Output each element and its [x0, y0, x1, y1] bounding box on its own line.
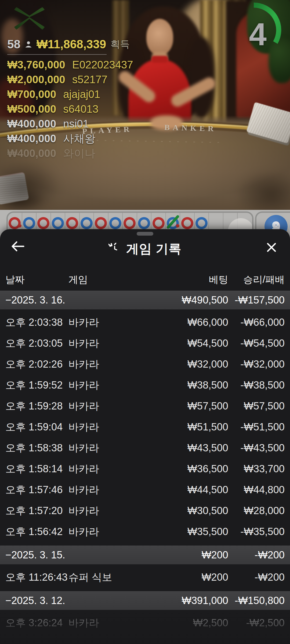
- blue-result-ring: [109, 217, 121, 229]
- winner-row: ₩2,000,000s52177: [7, 72, 184, 87]
- red-result-ring: [66, 217, 78, 229]
- winner-row: ₩400,000와이나: [7, 146, 184, 161]
- history-group-row[interactable]: −2025. 3. 16.₩490,500-₩157,500: [0, 291, 290, 309]
- divider: [7, 54, 107, 55]
- blue-result-ring: [23, 217, 35, 229]
- blue-result-ring: [52, 217, 64, 229]
- history-entry-row: 오후 11:26:43슈퍼 식보₩200-₩200: [0, 567, 290, 588]
- entry-time: 오후 2:02:26: [5, 357, 68, 371]
- entry-bet: ₩44,500: [161, 484, 228, 496]
- blue-result-ring: [195, 217, 208, 229]
- entry-time: 오후 2:03:05: [5, 336, 68, 350]
- column-game: 게임: [68, 273, 161, 286]
- group-bet-total: ₩490,500: [161, 294, 228, 306]
- entry-bet: ₩32,000: [161, 358, 228, 370]
- entry-winloss: ₩33,700: [228, 463, 285, 475]
- close-button[interactable]: [266, 241, 278, 253]
- winner-amount: ₩700,000: [7, 88, 56, 100]
- entry-game: 슈퍼 식보: [68, 570, 161, 584]
- entry-game: 바카라: [68, 441, 161, 455]
- history-entry-row: 오후 1:56:42바카라₩35,500-₩35,500: [0, 521, 290, 542]
- entry-bet: ₩200: [161, 572, 228, 583]
- entry-game: 바카라: [68, 525, 161, 539]
- betting-timer: 4: [228, 0, 290, 62]
- winner-row: ₩400,000사채왕: [7, 131, 184, 146]
- entry-winloss: -₩66,000: [228, 317, 285, 328]
- entry-winloss: -₩200: [228, 572, 285, 583]
- entry-winloss: -₩51,500: [228, 421, 285, 433]
- history-entry-row: 오후 1:57:20바카라₩30,500₩28,000: [0, 500, 290, 521]
- entry-time: 오후 1:59:52: [5, 378, 68, 392]
- pair-dot: [18, 224, 21, 228]
- live-baccarat-screen: PLAYER BANKER 58 ₩11,868,339 획득 ₩3,760,0…: [0, 0, 290, 644]
- red-result-ring: [124, 217, 136, 229]
- sheet-header: 게임 기록: [0, 229, 290, 260]
- red-result-ring: [37, 217, 49, 229]
- pair-dot: [176, 224, 179, 228]
- game-history-sheet: 게임 기록 날짜 게임 베팅 승리/패배 −2025. 3. 16.₩490,5…: [0, 229, 290, 644]
- history-column-headers: 날짜 게임 베팅 승리/패배: [0, 272, 290, 287]
- entry-winloss: -₩43,500: [228, 442, 285, 454]
- entry-game: 바카라: [68, 420, 161, 434]
- group-winloss-total: -₩150,800: [228, 595, 285, 606]
- red-result-ring: [153, 217, 165, 229]
- winners-overlay: 58 ₩11,868,339 획득 ₩3,760,000E022023437₩2…: [7, 38, 184, 161]
- entry-game: 바카라: [68, 616, 161, 630]
- entry-time: 오후 1:59:04: [5, 420, 68, 434]
- history-group-row[interactable]: −2025. 3. 12.₩391,000-₩150,800: [0, 591, 290, 610]
- group-date: −2025. 3. 15.: [5, 549, 161, 561]
- winner-name: E022023437: [72, 59, 133, 71]
- entry-winloss: -₩54,500: [228, 338, 285, 349]
- winner-row: ₩3,760,000E022023437: [7, 57, 184, 72]
- entry-bet: ₩35,500: [161, 526, 228, 537]
- history-entry-row: 오후 1:59:28바카라₩57,500₩57,500: [0, 396, 290, 416]
- entry-game: 바카라: [68, 378, 161, 392]
- winner-name: 와이나: [63, 146, 95, 161]
- column-bet: 베팅: [161, 273, 228, 286]
- history-entry-row: 오후 2:03:05바카라₩54,500-₩54,500: [0, 333, 290, 354]
- history-entry-row: 오후 1:58:14바카라₩36,500₩33,700: [0, 458, 290, 479]
- history-rows: −2025. 3. 16.₩490,500-₩157,500오후 2:03:38…: [0, 291, 290, 633]
- winner-amount: ₩3,760,000: [7, 59, 65, 71]
- winner-amount: ₩400,000: [7, 147, 56, 159]
- entry-bet: ₩38,500: [161, 379, 228, 391]
- history-entry-row: 오후 2:02:26바카라₩32,000-₩32,000: [0, 354, 290, 375]
- entry-game: 바카라: [68, 483, 161, 497]
- winner-amount: ₩400,000: [7, 118, 56, 130]
- entry-time: 오후 11:26:43: [5, 570, 68, 584]
- column-winloss: 승리/패배: [228, 273, 285, 286]
- entry-winloss: -₩2,500: [228, 617, 285, 629]
- history-group-row[interactable]: −2025. 3. 15.₩200-₩200: [0, 546, 290, 564]
- entry-time: 오후 1:57:46: [5, 483, 68, 497]
- winner-row: ₩500,000s64013: [7, 102, 184, 116]
- entry-winloss: ₩44,800: [228, 484, 285, 496]
- history-entry-row: 오후 3:26:24바카라₩2,500-₩2,500: [0, 612, 290, 633]
- entry-time: 오후 2:03:38: [5, 316, 68, 329]
- entry-bet: ₩57,500: [161, 400, 228, 412]
- winners-header: 58 ₩11,868,339 획득: [7, 38, 184, 51]
- entry-game: 바카라: [68, 316, 161, 329]
- history-entry-row: 오후 1:59:52바카라₩38,500-₩38,500: [0, 375, 290, 396]
- entry-time: 오후 1:59:28: [5, 399, 68, 413]
- group-date: −2025. 3. 16.: [5, 294, 161, 306]
- entry-time: 오후 1:58:38: [5, 441, 68, 455]
- entry-winloss: -₩32,000: [228, 358, 285, 370]
- entry-game: 바카라: [68, 336, 161, 350]
- entry-game: 바카라: [68, 399, 161, 413]
- history-entry-row: 오후 1:57:46바카라₩44,500₩44,800: [0, 479, 290, 500]
- entry-bet: ₩43,500: [161, 442, 228, 454]
- entry-winloss: -₩38,500: [228, 379, 285, 391]
- red-result-ring: [181, 217, 193, 229]
- group-bet-total: ₩200: [161, 549, 228, 561]
- entry-bet: ₩36,500: [161, 463, 228, 475]
- winner-amount: ₩500,000: [7, 103, 56, 115]
- winner-count: 58: [7, 38, 20, 51]
- entry-bet: ₩54,500: [161, 338, 228, 349]
- entry-game: 바카라: [68, 462, 161, 476]
- entry-time: 오후 1:57:20: [5, 504, 68, 518]
- blue-result-ring: [81, 217, 93, 229]
- winner-row: ₩700,000ajajaj01: [7, 87, 184, 102]
- live-video-area: PLAYER BANKER 58 ₩11,868,339 획득 ₩3,760,0…: [0, 0, 290, 210]
- timer-seconds: 4: [243, 16, 273, 53]
- group-winloss-total: -₩157,500: [228, 294, 285, 306]
